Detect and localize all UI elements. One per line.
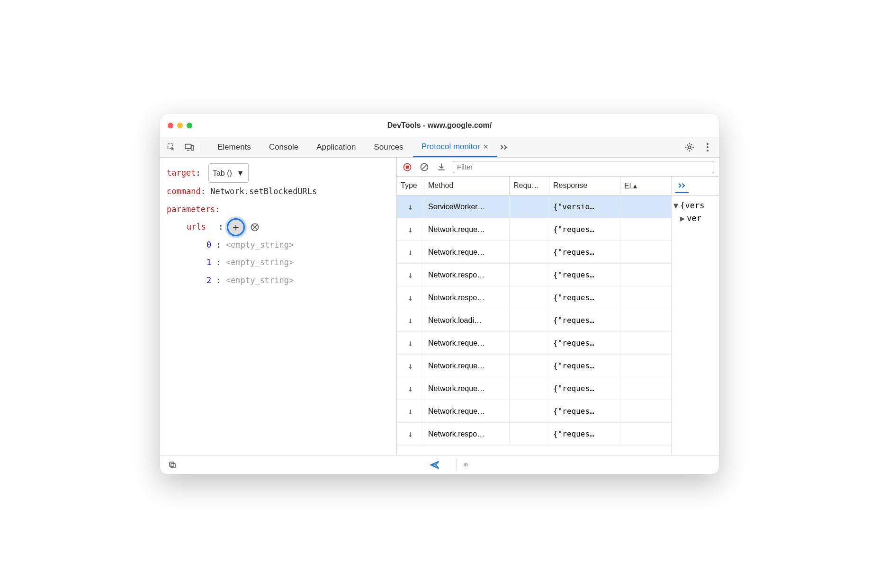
tab-sources[interactable]: Sources [365,137,412,157]
cell-method: Network.reque… [424,241,510,263]
cell-elapsed [620,332,671,354]
svg-point-5 [707,146,709,148]
devtools-window: DevTools - www.google.com/ Elements Cons… [160,114,719,474]
urls-label: urls [187,218,206,236]
toggle-sidebar-icon[interactable] [457,459,468,471]
cell-response: {"reques… [549,286,620,309]
detail-child: ver [687,214,701,223]
target-value: Tab () [213,165,232,181]
add-url-button[interactable]: ＋ [227,218,245,236]
svg-rect-10 [406,166,409,168]
cell-request [510,400,549,422]
cell-elapsed [620,377,671,400]
table-row[interactable]: ↓ Network.respo… {"reques… [397,264,671,286]
traffic-lights [168,123,192,128]
status-bar [160,455,719,474]
cell-type: ↓ [397,377,424,400]
tab-protocol-monitor[interactable]: Protocol monitor ✕ [413,137,497,157]
clear-button[interactable] [419,161,430,173]
cell-type: ↓ [397,400,424,422]
cell-method: Network.reque… [424,332,510,354]
cell-request [510,264,549,286]
url-item[interactable]: 0 : <empty_string> [167,236,390,254]
svg-rect-1 [185,144,191,148]
column-response[interactable]: Response [549,177,620,195]
send-command-button[interactable] [429,459,440,471]
cell-type: ↓ [397,218,424,241]
column-elapsed[interactable]: El.▴ [620,177,671,195]
table-row[interactable]: ↓ Network.reque… {"reques… [397,332,671,355]
save-button[interactable] [436,161,447,173]
cell-method: Network.reque… [424,355,510,377]
caret-down-icon: ▼ [673,201,678,210]
table-row[interactable]: ↓ Network.reque… {"reques… [397,400,671,423]
close-window-button[interactable] [168,123,173,128]
cell-method: Network.loadi… [424,309,510,331]
detail-tab-more[interactable] [675,179,689,193]
cell-elapsed [620,309,671,331]
cell-request [510,241,549,263]
tab-console[interactable]: Console [260,137,307,157]
target-dropdown[interactable]: Tab () ▼ [208,163,249,183]
url-value: <empty_string> [226,258,294,267]
titlebar: DevTools - www.google.com/ [160,114,719,137]
detail-sidebar: ▼{vers ▶ver [672,177,719,455]
cell-response: {"reques… [549,309,620,331]
more-menu-icon[interactable] [702,142,713,153]
tab-label: Elements [217,143,251,152]
maximize-window-button[interactable] [187,123,192,128]
clear-urls-button[interactable] [249,221,261,233]
parameters-row: parameters: [167,201,390,218]
command-editor-panel: target: Tab () ▼ command: Network.setBlo… [160,158,397,455]
column-request[interactable]: Requ… [510,177,549,195]
caret-right-icon: ▶ [680,214,685,223]
table-row[interactable]: ↓ ServiceWorker… {"versio… [397,196,671,218]
table-row[interactable]: ↓ Network.reque… {"reques… [397,218,671,241]
cell-elapsed [620,286,671,309]
cell-response: {"reques… [549,241,620,263]
cell-response: {"versio… [549,196,620,218]
url-item[interactable]: 1 : <empty_string> [167,254,390,271]
inspect-element-icon[interactable] [166,142,177,153]
command-row: command: Network.setBlockedURLs [167,183,390,200]
svg-point-4 [707,143,709,145]
url-item[interactable]: 2 : <empty_string> [167,272,390,289]
column-method[interactable]: Method [424,177,510,195]
device-toolbar-icon[interactable] [184,142,195,153]
cell-method: Network.respo… [424,264,510,286]
table-row[interactable]: ↓ Network.respo… {"reques… [397,423,671,445]
record-button[interactable] [402,161,413,173]
cell-type: ↓ [397,264,424,286]
tab-label: Protocol monitor [422,142,480,151]
table-row[interactable]: ↓ Network.reque… {"reques… [397,241,671,264]
cell-request [510,196,549,218]
more-tabs-icon[interactable] [498,142,510,153]
filter-input[interactable] [453,161,714,173]
tab-application[interactable]: Application [308,137,364,157]
table-row[interactable]: ↓ Network.loadi… {"reques… [397,309,671,332]
settings-icon[interactable] [684,142,695,153]
cell-elapsed [620,241,671,263]
cell-type: ↓ [397,241,424,263]
table-row[interactable]: ↓ Network.respo… {"reques… [397,286,671,309]
cell-response: {"reques… [549,218,620,241]
table-row[interactable]: ↓ Network.reque… {"reques… [397,355,671,377]
tab-label: Sources [374,143,403,152]
tab-elements[interactable]: Elements [209,137,260,157]
parameters-label: parameters [167,205,215,214]
cell-type: ↓ [397,196,424,218]
table-row[interactable]: ↓ Network.reque… {"reques… [397,377,671,400]
cell-method: Network.respo… [424,423,510,445]
cell-response: {"reques… [549,377,620,400]
close-tab-icon[interactable]: ✕ [483,143,489,151]
url-index: 0 [206,240,211,249]
copy-icon[interactable] [167,459,178,471]
chevron-down-icon: ▼ [237,165,244,181]
minimize-window-button[interactable] [177,123,183,128]
column-type[interactable]: Type [397,177,424,195]
detail-tree[interactable]: ▼{vers ▶ver [672,196,719,455]
messages-body: Type Method Requ… Response El.▴ ↓ Servic… [397,177,719,455]
urls-row: urls : ＋ [167,218,390,236]
cell-response: {"reques… [549,264,620,286]
cell-method: Network.reque… [424,400,510,422]
